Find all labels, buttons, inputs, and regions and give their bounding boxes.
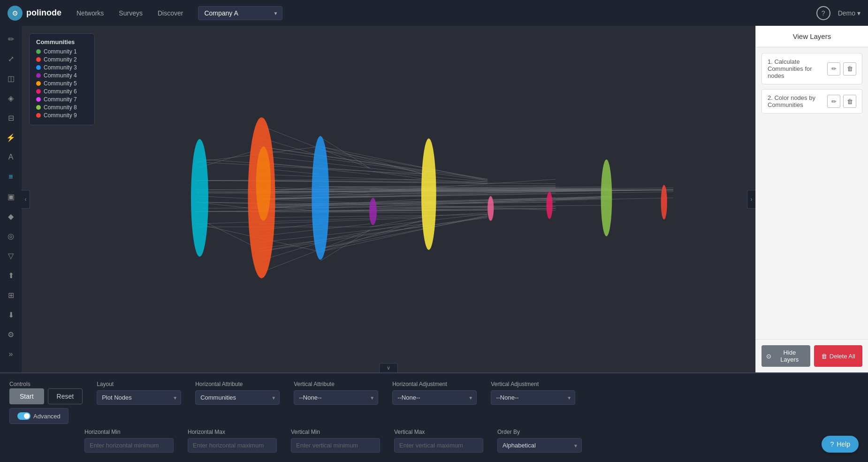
legend-label-5: Community 5 — [44, 80, 77, 87]
svg-line-107 — [197, 216, 426, 224]
hide-layers-label: Hide Layers — [774, 349, 806, 363]
legend-dot-8 — [36, 105, 41, 110]
advanced-button[interactable]: Advanced — [9, 408, 69, 424]
layer-2-delete-button[interactable]: 🗑 — [843, 95, 856, 108]
vert-min-input[interactable] — [291, 438, 380, 453]
logo: ⊙ polinode — [8, 6, 61, 21]
hide-layers-button[interactable]: ⊙ Hide Layers — [761, 345, 810, 367]
layers-icon[interactable]: ◫ — [2, 70, 19, 87]
share-icon[interactable]: ⤢ — [2, 50, 19, 67]
horizontal-adj-select[interactable]: --None-- — [392, 390, 477, 405]
vert-max-input[interactable] — [394, 438, 483, 453]
collapse-left-button[interactable]: ‹ — [22, 190, 30, 209]
order-by-label: Order By — [497, 429, 582, 435]
svg-line-59 — [320, 208, 556, 212]
nav-discover[interactable]: Discover — [154, 8, 187, 19]
right-panel-body: 1. Calculate Communities for nodes ✏ 🗑 2… — [756, 47, 868, 339]
text-icon[interactable]: A — [2, 149, 19, 166]
legend-dot-1 — [36, 49, 41, 54]
help-fab-icon: ? — [830, 440, 834, 448]
vert-min-label: Vertical Min — [291, 429, 380, 435]
graph-area: Communities Community 1 Community 2 Comm… — [22, 26, 755, 372]
top-nav: ⊙ polinode Networks Surveys Discover Com… — [0, 0, 868, 26]
bolt-icon[interactable]: ⚡ — [2, 129, 19, 146]
legend-label-6: Community 6 — [44, 88, 77, 95]
layout-label: Layout — [97, 381, 181, 387]
vert-max-group: Vertical Max — [394, 429, 483, 453]
legend-label-2: Community 2 — [44, 56, 77, 63]
horiz-max-label: Horizontal Max — [188, 429, 277, 435]
horiz-min-input[interactable] — [84, 438, 174, 453]
controls-btns-row: Start Reset — [9, 388, 83, 404]
vertical-adj-select[interactable]: --None-- — [491, 390, 575, 405]
right-panel-header: View Layers — [756, 26, 868, 47]
vert-min-group: Vertical Min — [291, 429, 380, 453]
tag-icon[interactable]: ◈ — [2, 90, 19, 106]
vertical-attr-select[interactable]: --None-- Communities — [294, 390, 378, 405]
svg-line-106 — [197, 162, 426, 174]
reset-button[interactable]: Reset — [48, 388, 83, 404]
svg-point-116 — [191, 139, 208, 257]
list-icon[interactable]: ≡ — [2, 168, 19, 185]
svg-line-108 — [259, 146, 487, 179]
legend-item-2: Community 2 — [36, 56, 88, 63]
pencil-icon[interactable]: ✏ — [2, 30, 19, 47]
view-layers-title: View Layers — [793, 32, 831, 40]
company-select[interactable]: Company A Company B Company C — [198, 6, 282, 20]
svg-line-102 — [320, 146, 426, 174]
legend-dot-9 — [36, 113, 41, 118]
delete-all-icon: 🗑 — [821, 353, 827, 360]
nav-right: ? Demo ▾ — [816, 6, 860, 20]
user-menu[interactable]: Demo ▾ — [838, 9, 860, 17]
nav-networks[interactable]: Networks — [73, 8, 107, 19]
app-name: polinode — [26, 8, 61, 18]
layer-1-label: Calculate Communities for nodes — [768, 58, 812, 79]
more-icon[interactable]: » — [2, 346, 19, 363]
vertical-adj-group: Vertical Adjustment --None-- — [491, 381, 575, 405]
horizontal-attr-label: Horizontal Attribute — [195, 381, 280, 387]
horizontal-attr-select[interactable]: Communities None — [195, 390, 280, 405]
layer-item-1: 1. Calculate Communities for nodes ✏ 🗑 — [761, 53, 862, 84]
legend-dot-6 — [36, 89, 41, 94]
delete-all-button[interactable]: 🗑 Delete All — [814, 345, 863, 367]
grid-icon[interactable]: ⊞ — [2, 287, 19, 303]
legend-item-9: Community 9 — [36, 112, 88, 119]
company-selector-wrapper: Company A Company B Company C — [194, 6, 282, 20]
gear-icon[interactable]: ⚙ — [2, 326, 19, 343]
help-fab-button[interactable]: ? Help — [822, 436, 859, 453]
layer-2-label: Color nodes by Communities — [768, 94, 815, 108]
start-button[interactable]: Start — [9, 388, 44, 404]
filter-alt-icon[interactable]: ⊟ — [2, 109, 19, 126]
legend-title: Communities — [36, 38, 88, 45]
layer-1-delete-button[interactable]: 🗑 — [843, 62, 856, 76]
layout-select[interactable]: Plot Nodes Force-Directed Circular — [97, 390, 181, 405]
collapse-bottom-button[interactable]: ∨ — [379, 363, 398, 372]
target-icon[interactable]: ◎ — [2, 227, 19, 244]
communities-legend: Communities Community 1 Community 2 Comm… — [29, 33, 95, 125]
svg-point-122 — [487, 196, 494, 221]
help-circle-icon[interactable]: ? — [816, 6, 830, 20]
order-by-select[interactable]: Alphabetical Degree Betweenness — [497, 438, 582, 453]
legend-item-4: Community 4 — [36, 72, 88, 79]
delete-all-label: Delete All — [830, 353, 855, 360]
graph-visualization — [22, 26, 755, 372]
horiz-max-input[interactable] — [188, 438, 277, 453]
svg-point-119 — [312, 136, 329, 260]
download-icon[interactable]: ⬇ — [2, 306, 19, 323]
legend-dot-4 — [36, 73, 41, 78]
horiz-min-label: Horizontal Min — [84, 429, 174, 435]
layer-2-edit-button[interactable]: ✏ — [827, 95, 840, 108]
legend-label-1: Community 1 — [44, 48, 77, 55]
drop-icon[interactable]: ◆ — [2, 208, 19, 225]
upload-icon[interactable]: ⬆ — [2, 267, 19, 284]
cube-icon[interactable]: ▣ — [2, 188, 19, 205]
nav-surveys[interactable]: Surveys — [115, 8, 146, 19]
svg-point-123 — [547, 192, 553, 219]
svg-line-48 — [320, 150, 487, 179]
legend-dot-2 — [36, 57, 41, 62]
funnel-icon[interactable]: ▽ — [2, 247, 19, 264]
right-panel: View Layers 1. Calculate Communities for… — [755, 26, 868, 372]
layer-1-edit-button[interactable]: ✏ — [827, 62, 840, 76]
layer-2-number: 2. — [768, 94, 773, 101]
collapse-right-button[interactable]: › — [747, 190, 755, 209]
